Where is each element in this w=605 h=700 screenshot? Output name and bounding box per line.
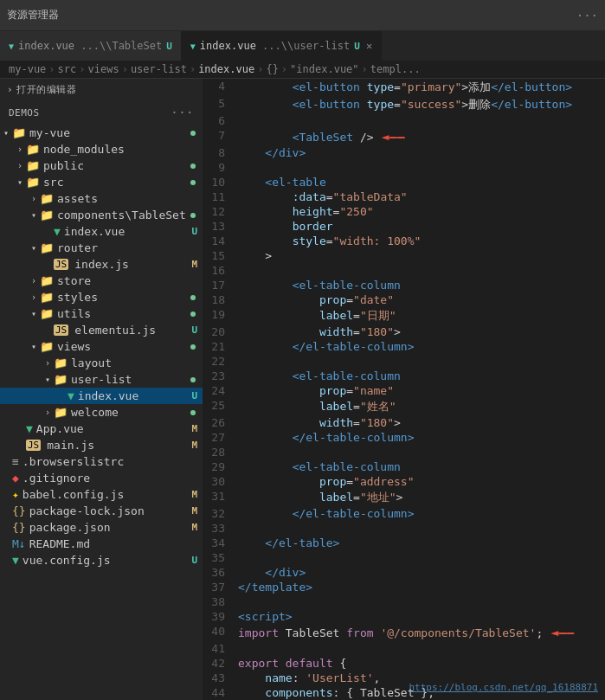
folder-icon: 📁: [12, 126, 26, 139]
chevron-right-icon: ›: [14, 161, 26, 170]
editor-area[interactable]: 4 <el-button type="primary">添加</el-butto…: [203, 79, 605, 700]
vue-file-icon: ▼: [26, 422, 33, 435]
tree-item-styles[interactable]: › 📁 styles: [0, 289, 203, 305]
code-line-27: 27 </el-table-column>: [203, 430, 605, 445]
code-line-17: 17 <el-table-column: [203, 278, 605, 292]
tab-tableset[interactable]: ▼ index.vue ...\\TableSet U: [0, 30, 182, 61]
chevron-right-icon: ›: [28, 276, 40, 286]
chevron-down-icon: ▾: [28, 342, 40, 351]
code-line-26: 26 width="180">: [203, 415, 605, 430]
tree-item-userlist-vue[interactable]: ▼ index.vue U: [0, 388, 203, 404]
tree-item-router[interactable]: ▾ 📁 router: [0, 240, 203, 256]
badge-u: U: [191, 226, 197, 237]
code-line-12: 12 height="250": [203, 204, 605, 219]
code-line-19: 19 label="日期": [203, 307, 605, 324]
top-bar: 资源管理器 ···: [0, 0, 605, 30]
tree-item-readme[interactable]: M↓ README.md: [0, 536, 203, 552]
code-line-36: 36 </div>: [203, 565, 605, 580]
file-icon: ≡: [12, 455, 19, 468]
code-line-8: 8 </div>: [203, 145, 605, 160]
code-line-39: 39 <script>: [203, 609, 605, 624]
code-line-29: 29 <el-table-column: [203, 459, 605, 474]
js-file-icon: JS: [54, 259, 68, 270]
tree-item-vue-config[interactable]: ▼ vue.config.js U: [0, 552, 203, 568]
dot-indicator: [190, 180, 196, 185]
badge-u: U: [191, 390, 197, 401]
badge-u: U: [191, 324, 197, 336]
code-line-11: 11 :data="tableData": [203, 189, 605, 204]
tree-item-store[interactable]: › 📁 store: [0, 273, 203, 289]
dot-indicator: [190, 344, 196, 350]
tree-item-package-lock[interactable]: {} package-lock.json M: [0, 503, 203, 519]
tree-item-views[interactable]: ▾ 📁 views: [0, 338, 203, 355]
chevron-down-icon: ›: [7, 84, 13, 95]
js-file-icon: JS: [26, 440, 41, 451]
code-line-9: 9: [203, 160, 605, 175]
code-line-41: 41: [203, 641, 605, 656]
tree-item-nodemodules[interactable]: › 📁 node_modules: [0, 141, 203, 157]
tabs-bar: ▼ index.vue ...\\TableSet U ▼ index.vue …: [0, 30, 605, 61]
code-line-14: 14 style="width: 100%": [203, 234, 605, 248]
chevron-down-icon: ▾: [14, 177, 26, 187]
open-editors-header[interactable]: › 打开的编辑器: [0, 79, 203, 100]
code-line-25: 25 label="姓名": [203, 398, 605, 415]
folder-icon: 📁: [40, 340, 54, 353]
chevron-down-icon: ▾: [28, 243, 40, 253]
tab-userlist-badge: U: [354, 41, 360, 52]
folder-icon: 📁: [26, 159, 40, 172]
tree-item-main-js[interactable]: JS main.js M: [0, 437, 203, 453]
code-line-13: 13 border: [203, 219, 605, 234]
tree-item-gitignore[interactable]: ◆ .gitignore: [0, 470, 203, 486]
tree-item-app-vue[interactable]: ▼ App.vue M: [0, 421, 203, 437]
main-layout: › 打开的编辑器 DEMOS ··· ▾ 📁 my-vue › 📁 node_m…: [0, 79, 605, 700]
tree-item-public[interactable]: › 📁 public: [0, 157, 203, 174]
folder-icon: 📁: [40, 192, 54, 205]
json-icon: {}: [12, 521, 26, 534]
code-lines: 4 <el-button type="primary">添加</el-butto…: [203, 79, 605, 700]
code-line-10: 10 <el-table: [203, 175, 605, 189]
tree-item-myvue[interactable]: ▾ 📁 my-vue: [0, 125, 203, 141]
code-line-37: 37 </template>: [203, 580, 605, 594]
js-file-icon: JS: [54, 324, 68, 336]
code-line-30: 30 prop="address": [203, 474, 605, 489]
code-line-28: 28: [203, 445, 605, 459]
badge-m: M: [191, 505, 197, 517]
folder-icon: 📁: [40, 241, 54, 254]
tree-item-router-index[interactable]: JS index.js M: [0, 256, 203, 273]
tree-item-userlist[interactable]: ▾ 📁 user-list: [0, 371, 203, 388]
badge-m: M: [191, 440, 197, 451]
folder-icon: 📁: [54, 373, 68, 386]
tree-item-tableset-vue[interactable]: ▼ index.vue U: [0, 223, 203, 240]
code-line-16: 16: [203, 263, 605, 278]
sidebar-dots[interactable]: ···: [171, 106, 194, 119]
open-editors-label: 打开的编辑器: [16, 83, 76, 96]
code-line-33: 33: [203, 521, 605, 536]
tree-item-elementui[interactable]: JS elementui.js U: [0, 322, 203, 338]
code-line-23: 23 <el-table-column: [203, 369, 605, 383]
tab-tableset-label: index.vue ...\\TableSet: [18, 40, 162, 52]
badge-u: U: [191, 555, 197, 566]
vue-file-icon: ▼: [12, 554, 19, 567]
tree-item-babel[interactable]: ✦ babel.config.js M: [0, 486, 203, 503]
chevron-right-icon: ›: [42, 408, 54, 417]
chevron-right-icon: ›: [14, 144, 26, 154]
tab-userlist[interactable]: ▼ index.vue ...\\user-list U ✕: [182, 30, 382, 61]
json-icon: {}: [12, 504, 26, 517]
code-line-34: 34 </el-table>: [203, 536, 605, 550]
tree-item-src[interactable]: ▾ 📁 src: [0, 174, 203, 190]
tree-item-welcome[interactable]: › 📁 welcome: [0, 404, 203, 421]
tree-item-components-tableset[interactable]: ▾ 📁 components\TableSet: [0, 207, 203, 223]
tree-item-layout[interactable]: › 📁 layout: [0, 355, 203, 371]
tree-item-utils[interactable]: ▾ 📁 utils: [0, 305, 203, 322]
code-line-35: 35: [203, 550, 605, 565]
tree-item-assets[interactable]: › 📁 assets: [0, 190, 203, 207]
code-line-38: 38: [203, 594, 605, 609]
md-icon: M↓: [12, 537, 26, 550]
top-bar-menu[interactable]: ···: [576, 9, 598, 22]
code-line-32: 32 </el-table-column>: [203, 506, 605, 521]
tree-item-browserslistrc[interactable]: ≡ .browserslistrc: [0, 453, 203, 470]
close-icon[interactable]: ✕: [366, 40, 372, 52]
chevron-right-icon: ›: [28, 194, 40, 203]
tree-item-package-json[interactable]: {} package.json M: [0, 519, 203, 536]
folder-icon: 📁: [54, 356, 68, 369]
